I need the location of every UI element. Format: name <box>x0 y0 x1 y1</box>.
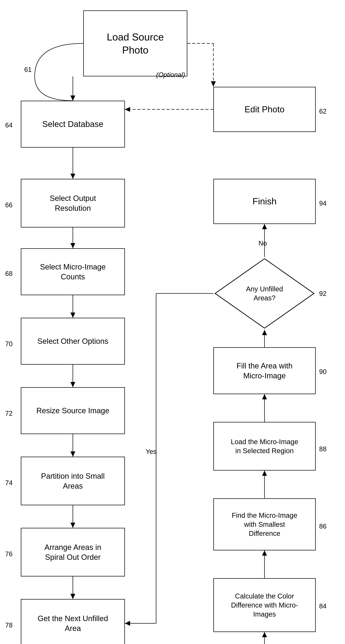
select-database-label: Select Database <box>42 119 103 130</box>
label-74: 74 <box>5 479 12 487</box>
label-68: 68 <box>5 270 12 278</box>
svg-marker-30 <box>262 470 267 476</box>
svg-marker-1 <box>70 96 75 101</box>
label-86: 86 <box>319 523 327 530</box>
resize-source-box: Resize Source Image <box>21 387 125 434</box>
select-other-box: Select Other Options <box>21 318 125 365</box>
label-88: 88 <box>319 445 327 453</box>
svg-marker-12 <box>70 312 75 318</box>
svg-marker-6 <box>125 107 130 112</box>
label-90: 90 <box>319 368 327 376</box>
any-unfilled-diamond: Any UnfilledAreas? <box>213 257 316 330</box>
load-source-photo-label: Load Source Photo <box>107 30 164 56</box>
select-micro-label: Select Micro-Image Counts <box>40 262 106 282</box>
svg-marker-40 <box>125 621 130 626</box>
partition-box: Partition into Small Areas <box>21 457 125 505</box>
load-micro-box: Load the Micro-Image in Selected Region <box>213 422 316 470</box>
label-61: 61 <box>24 66 31 74</box>
edit-photo-box: Edit Photo <box>213 87 316 132</box>
svg-marker-36 <box>262 224 267 229</box>
label-64: 64 <box>5 122 12 129</box>
finish-box: Finish <box>213 179 316 224</box>
load-micro-label: Load the Micro-Image in Selected Region <box>231 437 298 455</box>
calc-diff-label: Calculate the Color Difference with Micr… <box>231 592 298 619</box>
svg-marker-28 <box>262 550 267 556</box>
label-66: 66 <box>5 202 12 209</box>
find-micro-label: Find the Micro-Image with Smallest Diffe… <box>232 511 297 538</box>
get-next-label: Get the Next Unfilled Area <box>38 614 108 633</box>
label-94: 94 <box>319 200 327 207</box>
get-next-box: Get the Next Unfilled Area <box>21 599 125 644</box>
diagram-container: Load Source Photo 61 Edit Photo 62 (Opti… <box>0 0 345 644</box>
calc-diff-box: Calculate the Color Difference with Micr… <box>213 578 316 632</box>
yes-arrow-label: Yes <box>146 448 156 456</box>
svg-marker-14 <box>70 382 75 387</box>
svg-marker-4 <box>211 81 216 87</box>
label-92: 92 <box>319 290 327 298</box>
finish-label: Finish <box>253 196 277 207</box>
select-micro-box: Select Micro-Image Counts <box>21 248 125 295</box>
fill-area-box: Fill the Area with Micro-Image <box>213 347 316 394</box>
label-62: 62 <box>319 108 327 115</box>
find-micro-box: Find the Micro-Image with Smallest Diffe… <box>213 498 316 550</box>
select-other-label: Select Other Options <box>37 336 108 346</box>
optional-label: (Optional) <box>156 71 185 79</box>
any-unfilled-label: Any UnfilledAreas? <box>246 284 283 302</box>
svg-marker-32 <box>262 394 267 399</box>
svg-marker-20 <box>70 594 75 599</box>
label-72: 72 <box>5 410 12 417</box>
resize-source-label: Resize Source Image <box>36 406 109 416</box>
fill-area-label: Fill the Area with Micro-Image <box>237 361 293 380</box>
svg-marker-10 <box>70 243 75 248</box>
partition-label: Partition into Small Areas <box>41 471 105 491</box>
svg-marker-34 <box>262 330 267 335</box>
arrange-label: Arrange Areas in Spiral Out Order <box>44 542 101 562</box>
edit-photo-label: Edit Photo <box>245 104 285 115</box>
svg-marker-18 <box>70 523 75 528</box>
label-78: 78 <box>5 622 12 629</box>
svg-marker-16 <box>70 452 75 457</box>
label-84: 84 <box>319 602 327 610</box>
select-database-box: Select Database <box>21 101 125 148</box>
label-70: 70 <box>5 340 12 348</box>
label-76: 76 <box>5 550 12 558</box>
select-output-label: Select Output Resolution <box>50 193 96 213</box>
select-output-box: Select Output Resolution <box>21 179 125 228</box>
no-arrow-label: No <box>259 240 267 247</box>
svg-marker-8 <box>70 174 75 179</box>
load-source-photo-box: Load Source Photo <box>83 10 187 76</box>
svg-marker-26 <box>262 632 267 637</box>
arrange-box: Arrange Areas in Spiral Out Order <box>21 528 125 576</box>
